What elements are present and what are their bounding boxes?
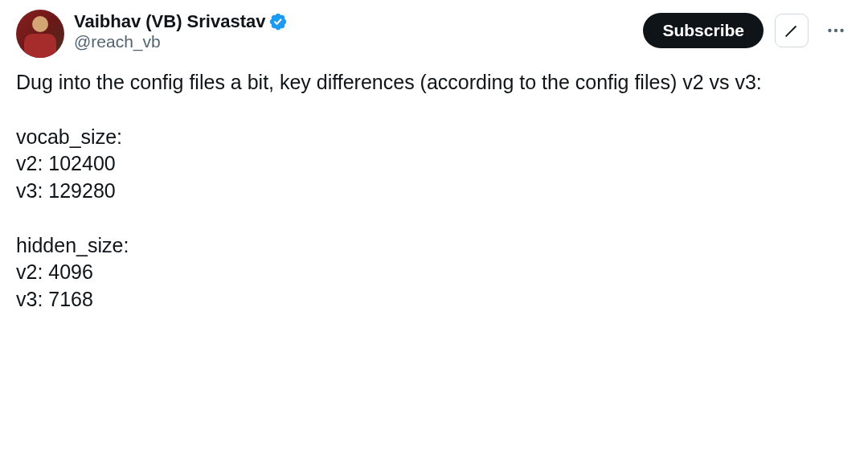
- svg-point-2: [840, 29, 843, 32]
- svg-point-0: [828, 29, 831, 32]
- tweet-text: Dug into the config files a bit, key dif…: [16, 69, 852, 313]
- avatar[interactable]: [16, 10, 64, 58]
- tweet-container: Vaibhav (VB) Srivastav @reach_vb Subscri…: [0, 0, 868, 323]
- tweet-header: Vaibhav (VB) Srivastav @reach_vb Subscri…: [16, 10, 852, 58]
- user-handle[interactable]: @reach_vb: [74, 32, 633, 51]
- display-name[interactable]: Vaibhav (VB) Srivastav: [74, 11, 265, 32]
- more-options-button[interactable]: [820, 14, 852, 47]
- subscribe-button[interactable]: Subscribe: [643, 13, 764, 48]
- header-actions: Subscribe: [643, 10, 852, 48]
- more-icon: [825, 20, 846, 41]
- display-name-row: Vaibhav (VB) Srivastav: [74, 11, 633, 32]
- user-info: Vaibhav (VB) Srivastav @reach_vb: [74, 10, 633, 51]
- grok-button[interactable]: [775, 14, 809, 47]
- verified-badge-icon: [268, 12, 288, 31]
- svg-point-1: [834, 29, 837, 32]
- grok-icon: [783, 22, 800, 39]
